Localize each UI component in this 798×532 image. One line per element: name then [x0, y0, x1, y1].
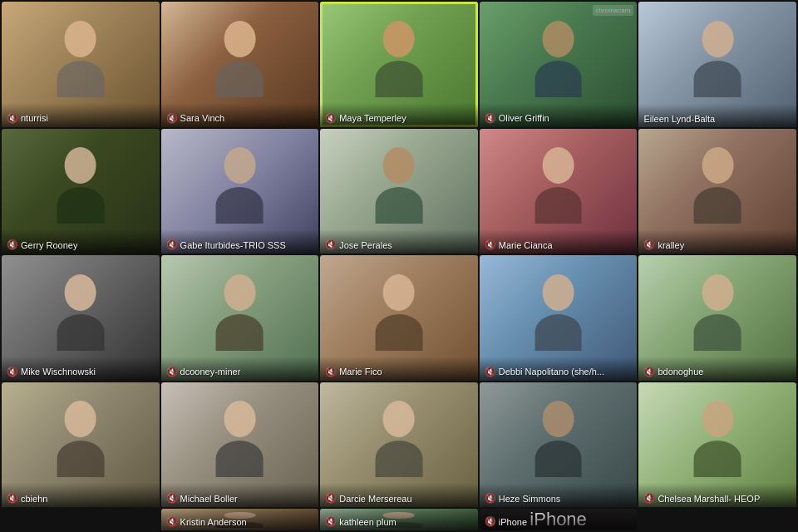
participant-tile[interactable]: 🔇 cbiehn [2, 382, 160, 508]
mic-muted-icon: 🔇 [325, 113, 337, 124]
mic-muted-icon: 🔇 [485, 113, 496, 124]
participant-name: Darcie Mersereau [339, 494, 411, 504]
mic-muted-icon: 🔇 [485, 239, 496, 250]
participant-tile[interactable]: 🔇 Gabe Iturbides-TRIO SSS [161, 129, 319, 254]
participant-tile[interactable]: 🔇 kathleen plum [320, 509, 478, 530]
participant-name: Heze Simmons [499, 494, 561, 504]
mic-muted-icon: 🔇 [325, 367, 337, 377]
participant-name: kralley [658, 240, 684, 250]
mic-muted-icon: 🔇 [7, 493, 18, 504]
participant-name: Debbi Napolitano (she/h... [499, 367, 604, 377]
participant-name: nturrisi [21, 113, 48, 123]
participant-name: Kristin Anderson [180, 517, 247, 527]
participant-name: kathleen plum [339, 517, 397, 527]
participant-name: cbiehn [21, 494, 47, 504]
participant-name: Oliver Griffin [499, 113, 549, 123]
participant-tile[interactable]: chromacam 🔇 Oliver Griffin [480, 2, 638, 127]
participant-name: Marie Cianca [499, 240, 553, 250]
mic-muted-icon: 🔇 [643, 367, 655, 377]
mic-muted-icon: 🔇 [485, 367, 496, 377]
mic-muted-icon: 🔇 [485, 516, 496, 527]
video-grid: 🔇 nturrisi 🔇 Sara Vinch 🔇 Maya Temperley… [0, 0, 798, 532]
participant-name: Maya Temperley [339, 113, 406, 123]
participant-name: Sara Vinch [180, 113, 225, 123]
participant-name: Chelsea Marshall- HEOP [658, 494, 760, 504]
mic-muted-icon: 🔇 [325, 516, 337, 527]
participant-name: Eileen Lynd-Balta [643, 114, 715, 124]
participant-tile[interactable]: 🔇 Gerry Rooney [2, 129, 160, 254]
empty-tile [2, 509, 160, 530]
participant-tile[interactable]: 🔇 Mike Wischnowski [2, 255, 160, 381]
mic-muted-icon: 🔇 [7, 239, 18, 250]
iphone-participant-tile[interactable]: iPhone 🔇 iPhone [480, 509, 638, 530]
participant-name: Mike Wischnowski [21, 367, 96, 377]
participant-tile[interactable]: 🔇 Jose Perales [320, 129, 478, 254]
participant-tile[interactable]: 🔇 Marie Cianca [480, 129, 638, 254]
mic-muted-icon: 🔇 [643, 493, 655, 504]
participant-tile[interactable]: 🔇 Marie Fico [320, 255, 478, 381]
participant-tile[interactable]: 🔇 Heze Simmons [480, 382, 638, 508]
participant-tile[interactable]: Eileen Lynd-Balta [638, 2, 796, 127]
participant-tile[interactable]: 🔇 Sara Vinch [161, 2, 319, 127]
participant-tile[interactable]: 🔇 Darcie Mersereau [320, 382, 478, 508]
participant-tile-active[interactable]: 🔇 Maya Temperley [320, 2, 478, 127]
mic-muted-icon: 🔇 [166, 113, 178, 124]
participant-name: dcooney-miner [180, 367, 241, 377]
mic-muted-icon: 🔇 [325, 239, 337, 250]
participant-tile[interactable]: 🔇 kralley [638, 129, 796, 254]
participant-tile[interactable]: 🔇 nturrisi [2, 2, 160, 127]
empty-tile [638, 509, 796, 530]
participant-tile[interactable]: 🔇 dcooney-miner [161, 255, 319, 381]
participant-name: bdonoghue [658, 367, 703, 377]
mic-muted-icon: 🔇 [643, 239, 655, 250]
participant-tile[interactable]: 🔇 Kristin Anderson [161, 509, 319, 530]
chromacam-badge: chromacam [593, 5, 634, 16]
mic-muted-icon: 🔇 [166, 239, 178, 250]
mic-muted-icon: 🔇 [7, 367, 18, 377]
mic-muted-icon: 🔇 [325, 493, 337, 504]
mic-muted-icon: 🔇 [485, 493, 496, 504]
participant-name: iPhone [499, 517, 527, 527]
participant-tile[interactable]: 🔇 Debbi Napolitano (she/h... [480, 255, 638, 381]
mic-muted-icon: 🔇 [7, 113, 18, 124]
participant-name: Michael Boller [180, 494, 238, 504]
mic-muted-icon: 🔇 [166, 493, 178, 504]
mic-muted-icon: 🔇 [166, 367, 178, 377]
participant-tile[interactable]: 🔇 Chelsea Marshall- HEOP [638, 382, 796, 508]
participant-name: Marie Fico [339, 367, 382, 377]
participant-tile[interactable]: 🔇 Michael Boller [161, 382, 319, 508]
participant-name: Gabe Iturbides-TRIO SSS [180, 240, 286, 250]
participant-name: Gerry Rooney [21, 240, 77, 250]
participant-tile[interactable]: 🔇 bdonoghue [638, 255, 796, 381]
participant-name: Jose Perales [339, 240, 392, 250]
mic-muted-icon: 🔇 [166, 516, 178, 527]
